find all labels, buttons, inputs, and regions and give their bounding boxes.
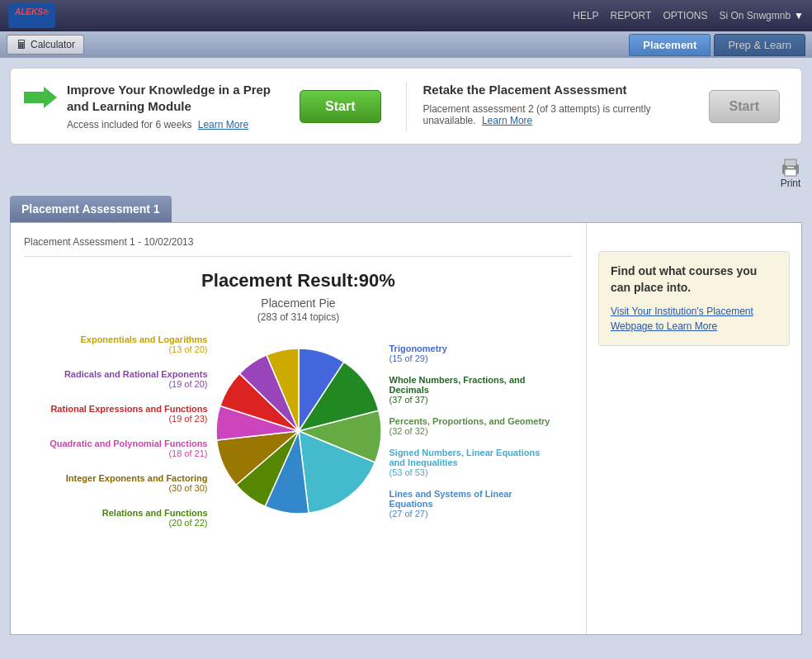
label-percents: Percents, Proportions, and Geometry (32 … — [389, 416, 555, 436]
pie-labels-right: Trigonometry (15 of 29) Whole Numbers, F… — [389, 344, 555, 519]
placement-assessment-header-bar: Placement Assessment 1 — [10, 196, 802, 222]
print-label: Print — [781, 178, 801, 189]
calculator-icon: 🖩 — [16, 38, 27, 51]
help-link[interactable]: HELP — [573, 10, 598, 21]
placement-assessment-title: Placement Assessment 1 — [10, 196, 172, 222]
results-area: Placement Assessment 1 - 10/02/2013 Plac… — [10, 222, 802, 635]
banner-right: Retake the Placement Assessment Placemen… — [407, 82, 789, 130]
banner-left-learn-more[interactable]: Learn More — [198, 119, 248, 130]
start-retake-button[interactable]: Start — [709, 90, 780, 123]
svg-rect-3 — [785, 169, 796, 176]
print-button[interactable]: Print — [779, 158, 802, 189]
label-relations: Relations and Functions (20 of 22) — [43, 508, 208, 528]
user-info: Si On Snwgmnb ▼ — [719, 10, 804, 21]
pie-wrapper: Exponentials and Logarithms (13 of 20) R… — [35, 334, 563, 528]
placement-pie-subtitle: (283 of 314 topics) — [24, 311, 573, 323]
banner-right-title: Retake the Placement Assessment — [423, 82, 699, 98]
logo-text: ALEKS — [15, 7, 43, 17]
banner-right-learn-more[interactable]: Learn More — [482, 115, 532, 126]
arrow-icon — [24, 85, 57, 110]
pie-chart — [208, 340, 389, 522]
banner-left-body: Access included for 6 weeks Learn More — [67, 119, 290, 130]
banner-right-body: Placement assessment 2 (of 3 attempts) i… — [423, 103, 699, 126]
label-lines: Lines and Systems of Linear Equations (2… — [389, 489, 555, 519]
logo-sup: ® — [43, 8, 49, 17]
calculator-button[interactable]: 🖩 Calculator — [7, 35, 84, 55]
toolbar: 🖩 Calculator Placement Prep & Learn — [0, 31, 812, 58]
label-integer: Integer Exponents and Factoring (30 of 3… — [43, 473, 208, 493]
findout-box: Find out what courses you can place into… — [598, 251, 790, 346]
content: Improve Your Knowledge in a Prep and Lea… — [0, 58, 812, 645]
label-exponentials: Exponentials and Logarithms (13 of 20) — [43, 334, 208, 354]
results-right: Find out what courses you can place into… — [587, 223, 801, 634]
user-label: Si On Snwgmnb — [719, 10, 791, 21]
placement-pie-title: Placement Pie — [24, 296, 573, 310]
svg-marker-0 — [24, 87, 57, 108]
header: ALEKS® HELP REPORT OPTIONS Si On Snwgmnb… — [0, 0, 812, 31]
findout-title: Find out what courses you can place into… — [611, 263, 777, 296]
banner-right-text: Retake the Placement Assessment Placemen… — [423, 82, 699, 126]
label-whole: Whole Numbers, Fractions, and Decimals (… — [389, 375, 555, 405]
placement-result-label: Placement Result: — [201, 270, 359, 291]
banner-left: Improve Your Knowledge in a Prep and Lea… — [24, 82, 407, 130]
user-dropdown-icon[interactable]: ▼ — [794, 10, 804, 21]
start-prep-button[interactable]: Start — [300, 90, 380, 123]
print-area: Print — [10, 158, 802, 189]
results-left: Placement Assessment 1 - 10/02/2013 Plac… — [11, 223, 587, 634]
findout-link[interactable]: Visit Your Institution's Placement Webpa… — [611, 306, 753, 332]
label-quadratic: Quadratic and Polynomial Functions (18 o… — [43, 439, 208, 458]
print-icon — [779, 158, 802, 178]
label-trigonometry: Trigonometry (15 of 29) — [389, 344, 555, 363]
placement-date: Placement Assessment 1 - 10/02/2013 — [24, 236, 573, 257]
label-rational: Rational Expressions and Functions (19 o… — [43, 404, 208, 424]
svg-rect-2 — [785, 159, 796, 166]
label-radicals: Radicals and Rational Exponents (19 of 2… — [43, 369, 208, 389]
pie-labels-left: Exponentials and Logarithms (13 of 20) R… — [43, 334, 208, 528]
report-link[interactable]: REPORT — [611, 10, 652, 21]
placement-result-value: 90% — [359, 270, 395, 291]
tab-placement[interactable]: Placement — [629, 34, 710, 56]
logo: ALEKS® — [8, 3, 55, 28]
header-nav: HELP REPORT OPTIONS Si On Snwgmnb ▼ — [573, 10, 804, 21]
placement-result: Placement Result:90% — [24, 270, 573, 292]
tab-prep[interactable]: Prep & Learn — [714, 34, 805, 56]
banner-left-text: Improve Your Knowledge in a Prep and Lea… — [67, 82, 290, 130]
svg-rect-4 — [787, 167, 794, 168]
calculator-label: Calculator — [31, 39, 75, 50]
banner-left-title: Improve Your Knowledge in a Prep and Lea… — [67, 82, 290, 114]
label-signed: Signed Numbers, Linear Equations and Ine… — [389, 448, 555, 477]
top-banner: Improve Your Knowledge in a Prep and Lea… — [10, 68, 802, 145]
options-link[interactable]: OPTIONS — [663, 10, 707, 21]
